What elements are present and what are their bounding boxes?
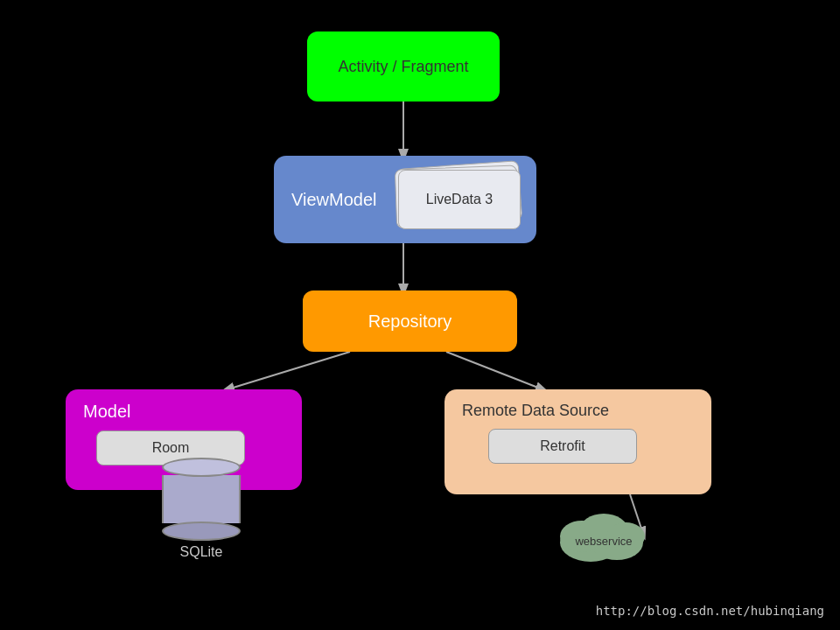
livedata-card-front: LiveData 3 xyxy=(398,170,521,229)
cylinder-top xyxy=(162,458,241,477)
remote-label: Remote Data Source xyxy=(462,402,609,420)
svg-line-2 xyxy=(228,352,350,389)
livedata-label: LiveData 3 xyxy=(426,192,494,207)
sqlite-label: SQLite xyxy=(180,544,223,560)
model-label: Model xyxy=(83,402,130,422)
activity-fragment-label: Activity / Fragment xyxy=(338,58,468,76)
room-label: Room xyxy=(152,440,190,456)
viewmodel-box: ViewModel LiveData 3 xyxy=(274,156,536,243)
activity-fragment-box: Activity / Fragment xyxy=(307,32,500,102)
webservice-cloud-container: webservice xyxy=(542,503,665,564)
url-text: http://blog.csdn.net/hubinqiang xyxy=(596,604,824,618)
retrofit-card: Retrofit xyxy=(488,429,637,464)
svg-text:webservice: webservice xyxy=(574,535,632,548)
remote-data-source-box: Remote Data Source Retrofit xyxy=(444,389,711,494)
cloud-svg: webservice xyxy=(542,503,665,564)
svg-line-3 xyxy=(446,352,542,389)
cylinder-bottom xyxy=(162,522,241,541)
viewmodel-label: ViewModel xyxy=(291,190,376,210)
repository-box: Repository xyxy=(303,290,517,352)
cylinder-body xyxy=(162,475,241,523)
sqlite-cylinder: SQLite xyxy=(162,458,241,560)
repository-label: Repository xyxy=(368,312,452,332)
diagram-container: Activity / Fragment ViewModel LiveData 3… xyxy=(0,0,840,630)
retrofit-label: Retrofit xyxy=(540,438,585,454)
